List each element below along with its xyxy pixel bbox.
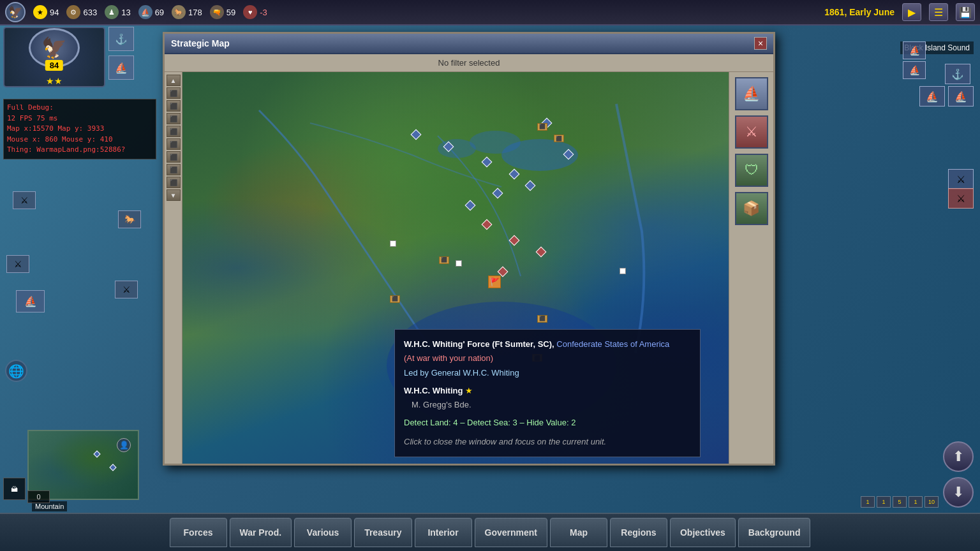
- men-icon: ♟: [105, 5, 119, 19]
- tab-map[interactable]: Map: [550, 518, 607, 547]
- supply-marker-3: ⬛: [537, 315, 547, 323]
- left-unit-infantry: ⚔: [13, 191, 36, 209]
- strategic-map-dialog: Strategic Map × No filter selected ▲ ⬛ ⬛…: [163, 32, 775, 466]
- terrain-icon[interactable]: 🏔: [3, 478, 26, 500]
- map-scrollbar: ▲ ⬛ ⬛ ⬛ ⬛ ⬛ ⬛ ⬛ ⬛ ▼: [165, 72, 182, 464]
- white-marker-2: [456, 260, 462, 267]
- tab-war-prod[interactable]: War Prod.: [230, 518, 292, 547]
- tooltip-nation: Confederate States of America: [556, 339, 669, 349]
- tab-various[interactable]: Various: [294, 518, 352, 547]
- tab-interior[interactable]: Interior: [415, 518, 472, 547]
- scroll-btn-1[interactable]: ⬛: [167, 87, 181, 99]
- debug-overlay: Full Debug: 12 FPS 75 ms Map x:15570 Map…: [3, 99, 156, 159]
- tab-regions[interactable]: Regions: [610, 518, 667, 547]
- right-unit-1: ⚓: [945, 64, 970, 84]
- tab-background[interactable]: Background: [738, 518, 811, 547]
- dialog-filter-bar: No filter selected: [165, 54, 773, 72]
- dialog-close-button[interactable]: ×: [754, 37, 767, 50]
- filter-friendly-button[interactable]: 🛡: [735, 154, 768, 187]
- nation-emblem-area: 🦅 84 ★★: [3, 27, 105, 87]
- left-unit-1: ⚓: [108, 27, 134, 51]
- nation-emblem-small: 🦅: [5, 2, 26, 22]
- supply-marker-5: ⬛: [537, 123, 547, 131]
- bottom-status-boxes: 1 1 5 1 10: [861, 496, 939, 508]
- terrain-label-area: 0: [27, 490, 50, 503]
- scroll-btn-5[interactable]: ⬛: [167, 138, 181, 150]
- tooltip-unit-bde: M. Gregg's Bde.: [404, 398, 691, 412]
- resource-stars: ★ 94: [33, 5, 59, 19]
- nav-circle-down[interactable]: ⬇: [943, 477, 974, 508]
- top-right-units: ⛵ ⛵: [903, 41, 926, 79]
- map-viewport[interactable]: ⬛ ⬛ ⬛ ⬛ ⬛ ⬛ 🚩 W.H.C. Whiting' Force (Ft …: [182, 72, 729, 464]
- status-box-1: 1: [861, 496, 875, 508]
- scroll-btn-8[interactable]: ⬛: [167, 177, 181, 188]
- right-unit-2: ⛵: [919, 86, 945, 107]
- left-unit-ship: ⛵: [16, 290, 45, 312]
- scroll-btn-2[interactable]: ⬛: [167, 100, 181, 112]
- debug-line-2: Map x:15570 Map y: 3933: [7, 124, 152, 135]
- white-marker-1: [390, 240, 396, 247]
- debug-title: Full Debug:: [7, 103, 152, 114]
- save-button[interactable]: 💾: [956, 3, 975, 21]
- scroll-down[interactable]: ▼: [167, 189, 181, 201]
- supply-marker-6: ⬛: [554, 135, 564, 142]
- gun-icon: 🔫: [210, 5, 224, 19]
- white-marker-3: [620, 268, 626, 274]
- dialog-titlebar: Strategic Map ×: [165, 34, 773, 54]
- tooltip-general: W.H.C. Whiting: [404, 386, 463, 395]
- right-unit-conf: ⚔: [948, 188, 974, 209]
- heart-icon: ♥: [243, 5, 257, 19]
- settings-button[interactable]: ☰: [929, 3, 948, 21]
- tab-forces[interactable]: Forces: [170, 518, 227, 547]
- tab-objectives[interactable]: Objectives: [670, 518, 736, 547]
- globe-icon[interactable]: 🌐: [5, 360, 27, 382]
- left-unit-4: ⚔: [115, 281, 138, 298]
- resource-bar: 🦅 ★ 94 ⚙ 633 ♟ 13 ⛵ 69 🐎 178 🔫 59 ♥ -3: [5, 2, 267, 22]
- minimap-person-icon: 👤: [117, 438, 131, 452]
- scroll-btn-6[interactable]: ⬛: [167, 151, 181, 163]
- ship-icon: ⛵: [138, 5, 152, 19]
- left-unit-3: ⚔: [6, 255, 29, 273]
- tooltip-detect-land: 4: [453, 418, 457, 427]
- tooltip-detect-sea: 3: [513, 418, 517, 427]
- scroll-btn-3[interactable]: ⬛: [167, 113, 181, 124]
- tab-government[interactable]: Government: [475, 518, 547, 547]
- star-value: 94: [50, 8, 59, 17]
- status-box-5: 10: [924, 496, 939, 508]
- tab-treasury[interactable]: Treasury: [354, 518, 412, 547]
- nav-circle-up[interactable]: ⬆: [943, 441, 974, 472]
- debug-line-1: 12 FPS 75 ms: [7, 114, 152, 124]
- top-bar: 🦅 ★ 94 ⚙ 633 ♟ 13 ⛵ 69 🐎 178 🔫 59 ♥ -3: [0, 0, 980, 26]
- tooltip-stats-line: Detect Land: 4 – Detect Sea: 3 – Hide Va…: [404, 416, 691, 430]
- debug-line-3: Mouse x: 860 Mouse y: 410: [7, 135, 152, 145]
- next-turn-button[interactable]: ▶: [902, 3, 921, 21]
- nav-circles: ⬆ ⬇: [943, 441, 974, 508]
- resource-men: ♟ 13: [105, 5, 130, 19]
- resource-war-prod: ⚙ 633: [66, 5, 97, 19]
- scroll-up[interactable]: ▲: [167, 75, 181, 86]
- scroll-btn-7[interactable]: ⬛: [167, 164, 181, 175]
- supply-marker-2: ⬛: [390, 295, 400, 303]
- bottom-nav-tabs: Forces War Prod. Various Treasury Interi…: [0, 513, 980, 551]
- status-box-4: 1: [909, 496, 923, 508]
- scroll-btn-4[interactable]: ⬛: [167, 126, 181, 137]
- status-box-2: 1: [877, 496, 891, 508]
- filter-enemy-button[interactable]: ⚔: [735, 115, 768, 149]
- horses-value: 178: [188, 8, 202, 17]
- left-unit-2: ⛵: [108, 55, 134, 80]
- right-unit-3: ⛵: [948, 86, 974, 107]
- men-value: 13: [121, 8, 130, 17]
- left-unit-cavalry: 🐎: [118, 210, 141, 228]
- tooltip-detect-land-label: Detect Land:: [404, 418, 453, 427]
- emblem-circle: 🦅 84: [29, 28, 80, 68]
- resource-casualties: ♥ -3: [243, 5, 267, 19]
- resource-guns: 🔫 59: [210, 5, 235, 19]
- supply-marker-1: ⬛: [439, 256, 449, 264]
- emblem-stars: ★★: [46, 76, 63, 86]
- resource-horses: 🐎 178: [172, 5, 202, 19]
- filter-naval-button[interactable]: ⛵: [735, 77, 768, 110]
- filter-supply-button[interactable]: 📦: [735, 192, 768, 225]
- terrain-num: 0: [27, 490, 50, 503]
- unit-tooltip[interactable]: W.H.C. Whiting' Force (Ft Sumter, SC), C…: [394, 329, 701, 457]
- tooltip-unit-name: W.H.C. Whiting' Force (Ft Sumter, SC),: [404, 339, 554, 349]
